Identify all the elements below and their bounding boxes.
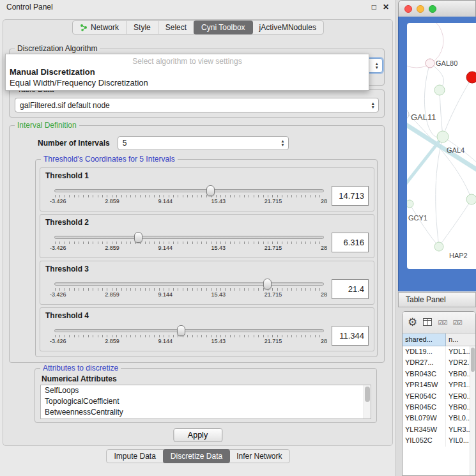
tab-impute-data[interactable]: Impute Data bbox=[107, 450, 163, 463]
tab-style[interactable]: Style bbox=[127, 21, 158, 34]
table-scrollbar[interactable] bbox=[470, 346, 475, 475]
network-nodes[interactable] bbox=[407, 59, 476, 251]
table-row[interactable]: YIL052CYIL0... bbox=[403, 435, 475, 446]
tick-label: 15.43 bbox=[211, 245, 226, 251]
slider-track[interactable] bbox=[54, 236, 324, 239]
network-window-frame: GAL80 GAL11 GAL4 GCY1 HAP2 bbox=[398, 17, 476, 291]
slider-thumb[interactable] bbox=[177, 325, 185, 336]
table-panel-title: Table Panel bbox=[406, 295, 446, 304]
zoom-traffic-light[interactable] bbox=[429, 5, 436, 13]
threshold-value-field[interactable]: 6.316 bbox=[332, 233, 369, 252]
tick-label: 2.859 bbox=[105, 198, 119, 204]
tick-label: 21.715 bbox=[265, 198, 282, 204]
slider-ticks bbox=[55, 195, 323, 197]
minimize-traffic-light[interactable] bbox=[417, 5, 424, 13]
table-row[interactable]: YPR145WYPR1... bbox=[403, 380, 475, 390]
attribute-list-item[interactable]: TopologicalCoefficient bbox=[41, 396, 371, 407]
tick-label: 28 bbox=[321, 245, 327, 251]
tab-label: Cyni Toolbox bbox=[201, 23, 245, 32]
table-row[interactable]: YLR345WYLR3... bbox=[403, 424, 475, 435]
list-scrollbar[interactable] bbox=[364, 385, 371, 418]
slider-track[interactable] bbox=[54, 329, 324, 332]
table-data-combo[interactable]: galFiltered.sif default node ▲ ▼ bbox=[15, 98, 379, 112]
node-label-gal4: GAL4 bbox=[447, 146, 464, 154]
network-view-window: GAL80 GAL11 GAL4 GCY1 HAP2 bbox=[398, 0, 476, 291]
table-panel-titlebar: Table Panel bbox=[398, 292, 476, 307]
slider-thumb[interactable] bbox=[263, 279, 272, 289]
numerical-attributes-list[interactable]: SelfLoopsTopologicalCoefficientBetweenne… bbox=[40, 385, 371, 419]
attribute-list-item[interactable]: BetweennessCentrality bbox=[41, 407, 371, 418]
tick-label: 2.859 bbox=[105, 291, 119, 298]
slider-thumb[interactable] bbox=[206, 185, 215, 196]
number-of-intervals-combo[interactable]: 5 ▲ ▼ bbox=[118, 136, 289, 150]
control-panel-titlebar: Control Panel □ ✕ bbox=[0, 0, 395, 14]
threshold-slider[interactable]: -3.4262.8599.14415.4321.71528 bbox=[54, 184, 324, 207]
threshold-value-field[interactable]: 11.344 bbox=[332, 326, 369, 346]
node[interactable] bbox=[466, 194, 476, 204]
stepper-down-icon: ▼ bbox=[371, 105, 375, 109]
table-row[interactable]: YBR045CYBR0... bbox=[403, 402, 475, 413]
settings-gear-icon[interactable]: ⚙ bbox=[408, 317, 417, 328]
scrollbar-thumb[interactable] bbox=[471, 348, 475, 372]
float-window-icon[interactable]: □ bbox=[372, 3, 376, 12]
top-tab-bar: Network Style Select Cyni Toolbox jActiv… bbox=[0, 20, 396, 35]
attributes-group-label: Attributes to discretize bbox=[40, 364, 121, 372]
threshold-value-field[interactable]: 21.4 bbox=[332, 279, 369, 299]
discretization-algorithm-group-label: Discretization Algorithm bbox=[15, 44, 100, 53]
table-row[interactable]: YDL19...YDL1... bbox=[403, 346, 475, 357]
table-cell: YBR043C bbox=[403, 369, 446, 380]
apply-button[interactable]: Apply bbox=[173, 428, 222, 442]
attribute-list-item[interactable]: SelfLoops bbox=[41, 385, 371, 396]
node-label-gal11: GAL11 bbox=[411, 112, 436, 122]
threshold-slider[interactable]: -3.4262.8599.14415.4321.71528 bbox=[54, 231, 324, 254]
table-row[interactable]: YER054CYER0... bbox=[403, 391, 475, 402]
select-visible-columns-icon[interactable]: ☑☑ bbox=[452, 319, 461, 326]
table-cell: YLR345W bbox=[403, 424, 446, 435]
tab-jactivemnodules[interactable]: jActiveMNodules bbox=[252, 21, 323, 34]
selected-node[interactable] bbox=[466, 72, 476, 83]
slider-thumb[interactable] bbox=[134, 232, 142, 243]
tick-label: 21.715 bbox=[265, 291, 282, 298]
threshold-slider[interactable]: -3.4262.8599.14415.4321.71528 bbox=[54, 324, 324, 347]
slider-track[interactable] bbox=[54, 189, 324, 192]
node[interactable] bbox=[407, 109, 409, 119]
close-icon[interactable]: ✕ bbox=[383, 3, 389, 12]
tab-label: Infer Network bbox=[236, 452, 282, 461]
tab-select[interactable]: Select bbox=[158, 21, 194, 34]
table-row[interactable]: YBL079WYBL0... bbox=[403, 413, 475, 424]
slider-ticks bbox=[55, 335, 323, 337]
node[interactable] bbox=[434, 85, 445, 95]
threshold-slider[interactable]: -3.4262.8599.14415.4321.71528 bbox=[54, 277, 324, 300]
table-row[interactable]: YBR043CYBR0... bbox=[403, 369, 475, 380]
network-canvas[interactable]: GAL80 GAL11 GAL4 GCY1 HAP2 bbox=[407, 23, 476, 269]
attributes-to-discretize-group: Attributes to discretize Numerical Attri… bbox=[35, 368, 377, 423]
node-gal80[interactable] bbox=[426, 59, 434, 68]
tab-infer-network[interactable]: Infer Network bbox=[229, 450, 289, 463]
combo-value: galFiltered.sif default node bbox=[20, 101, 110, 110]
tab-label: Style bbox=[134, 23, 151, 32]
slider-track[interactable] bbox=[54, 282, 324, 286]
thresholds-group-label: Threshold's Coordinates for 5 Intervals bbox=[41, 155, 178, 164]
close-traffic-light[interactable] bbox=[404, 5, 412, 13]
interval-definition-group: Interval Definition Number of Intervals … bbox=[9, 125, 385, 363]
dropdown-option-manual-discretization[interactable]: Manual Discretization bbox=[6, 66, 369, 77]
stepper-down-icon: ▼ bbox=[375, 66, 379, 70]
dropdown-option-equal-width-frequency[interactable]: Equal Width/Frequency Discretization bbox=[6, 77, 369, 88]
threshold-value-field[interactable]: 14.713 bbox=[332, 186, 369, 206]
node-gal4[interactable] bbox=[437, 131, 449, 142]
scrollbar-thumb[interactable] bbox=[365, 387, 370, 402]
node-hap2[interactable] bbox=[434, 242, 443, 251]
tab-discretize-data[interactable]: Discretize Data bbox=[163, 449, 230, 463]
table-cell: YDL19... bbox=[403, 346, 446, 357]
panel-title: Control Panel bbox=[6, 3, 365, 12]
column-header-name[interactable]: n... bbox=[446, 334, 475, 346]
node-gcy1[interactable] bbox=[407, 200, 413, 208]
tab-cyni-toolbox[interactable]: Cyni Toolbox bbox=[194, 20, 252, 35]
column-header-shared-name[interactable]: shared... bbox=[403, 334, 446, 346]
node-label-gal80: GAL80 bbox=[436, 59, 457, 67]
select-all-columns-icon[interactable]: ☑☑ bbox=[438, 319, 447, 326]
table-row[interactable]: YDR27...YDR2... bbox=[403, 357, 475, 368]
column-grid-icon[interactable] bbox=[423, 317, 432, 328]
tab-network[interactable]: Network bbox=[73, 21, 127, 34]
threshold-label: Threshold 1 bbox=[45, 171, 89, 180]
